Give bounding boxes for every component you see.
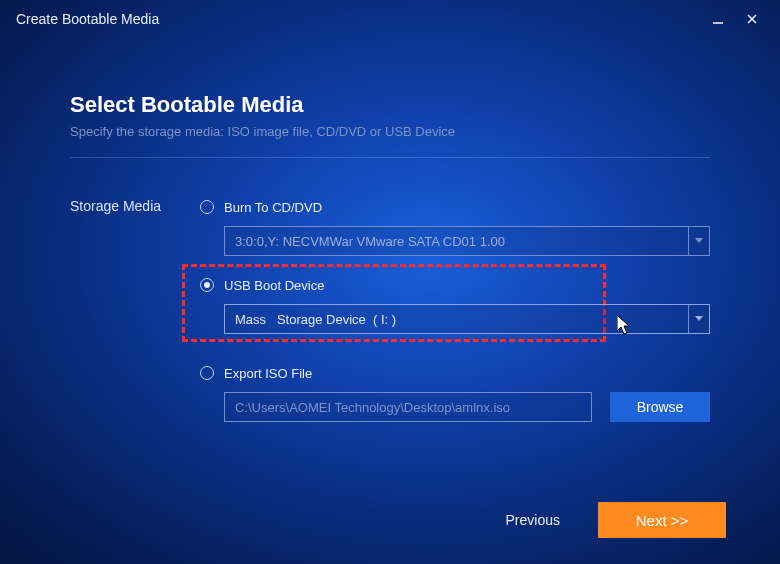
usb-device-select[interactable]: Mass Storage Device ( I: ) (224, 304, 710, 334)
window: Create Bootable Media Select Bootable Me… (0, 0, 780, 564)
content: Select Bootable Media Specify the storag… (70, 70, 710, 434)
radio-usb-label: USB Boot Device (224, 278, 324, 293)
minimize-button[interactable] (704, 5, 732, 33)
radio-icon (200, 278, 214, 292)
option-iso: Export ISO File C:\Users\AOMEI Technolog… (200, 362, 710, 422)
option-usb: USB Boot Device Mass Storage Device ( I:… (200, 268, 710, 346)
cd-device-value: 3:0:0,Y: NECVMWar VMware SATA CD01 1.00 (235, 234, 688, 249)
previous-label: Previous (506, 512, 560, 528)
option-cd: Burn To CD/DVD 3:0:0,Y: NECVMWar VMware … (200, 196, 710, 256)
next-label: Next >> (636, 512, 689, 529)
radio-cd[interactable]: Burn To CD/DVD (200, 196, 710, 218)
iso-path-value: C:\Users\AOMEI Technology\Desktop\amlnx.… (235, 400, 510, 415)
radio-iso-label: Export ISO File (224, 366, 312, 381)
radio-icon (200, 200, 214, 214)
radio-icon (200, 366, 214, 380)
chevron-down-icon (688, 227, 709, 255)
radio-usb[interactable]: USB Boot Device (200, 274, 710, 296)
browse-label: Browse (637, 399, 684, 415)
chevron-down-icon (688, 305, 709, 333)
radio-iso[interactable]: Export ISO File (200, 362, 710, 384)
next-button[interactable]: Next >> (598, 502, 726, 538)
window-title: Create Bootable Media (16, 11, 159, 27)
usb-device-value: Mass Storage Device ( I: ) (235, 312, 688, 327)
titlebar: Create Bootable Media (0, 0, 780, 38)
storage-media-label: Storage Media (70, 196, 200, 434)
previous-button[interactable]: Previous (496, 506, 570, 534)
divider (70, 157, 710, 158)
page-title: Select Bootable Media (70, 92, 710, 118)
radio-cd-label: Burn To CD/DVD (224, 200, 322, 215)
fields-column: Burn To CD/DVD 3:0:0,Y: NECVMWar VMware … (200, 196, 710, 434)
iso-path-input[interactable]: C:\Users\AOMEI Technology\Desktop\amlnx.… (224, 392, 592, 422)
close-button[interactable] (738, 5, 766, 33)
browse-button[interactable]: Browse (610, 392, 710, 422)
cd-device-select[interactable]: 3:0:0,Y: NECVMWar VMware SATA CD01 1.00 (224, 226, 710, 256)
page-subtitle: Specify the storage media: ISO image fil… (70, 124, 710, 139)
footer: Previous Next >> (496, 502, 726, 538)
